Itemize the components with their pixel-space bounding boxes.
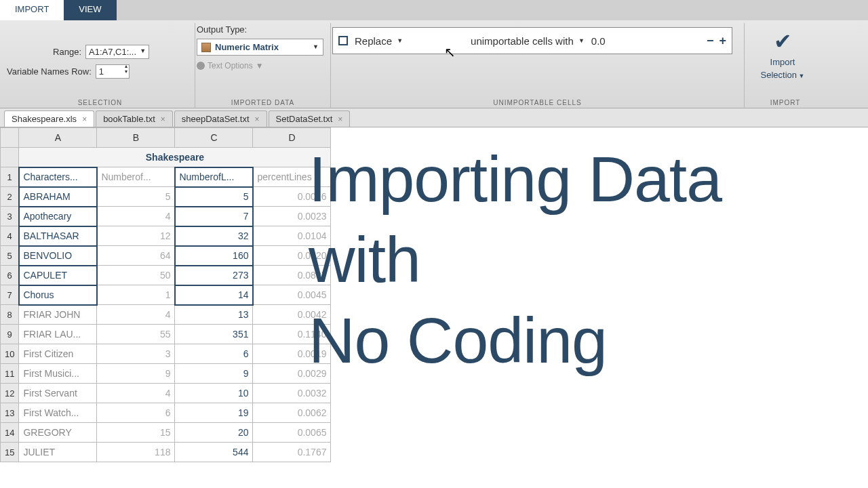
row-header[interactable]: 5: [1, 246, 19, 266]
row-header[interactable]: 8: [1, 305, 19, 325]
cell[interactable]: 273: [175, 266, 253, 285]
output-type-value: Numeric Matrix: [215, 42, 279, 52]
cell[interactable]: 4: [97, 384, 175, 403]
cell[interactable]: Chorus: [19, 285, 97, 305]
replace-dropdown[interactable]: Replace: [355, 35, 403, 47]
cell[interactable]: 118: [97, 443, 175, 462]
section-unimportable: UNIMPORTABLE CELLS: [331, 99, 744, 106]
section-import: IMPORT: [745, 99, 826, 106]
cell[interactable]: First Musici...: [19, 364, 97, 384]
cell[interactable]: 160: [175, 246, 253, 266]
import-label-2: Selection: [761, 70, 805, 80]
cell[interactable]: First Citizen: [19, 344, 97, 364]
tab-view[interactable]: VIEW: [64, 0, 116, 20]
row-header[interactable]: 9: [1, 325, 19, 344]
row-header[interactable]: 6: [1, 266, 19, 285]
cell[interactable]: 13: [175, 305, 253, 325]
import-selection-button[interactable]: ✔ Import Selection: [746, 24, 819, 84]
file-tab-2[interactable]: sheepDataSet.txt×: [174, 110, 267, 127]
cell[interactable]: 64: [97, 246, 175, 266]
cell[interactable]: 55: [97, 325, 175, 344]
cell[interactable]: 0.0062: [253, 403, 331, 423]
output-type-label: Output Type:: [197, 24, 323, 35]
cell[interactable]: 544: [175, 443, 253, 462]
cell[interactable]: 9: [97, 364, 175, 384]
cell[interactable]: 50: [97, 266, 175, 285]
with-dropdown[interactable]: unimportable cells with: [471, 35, 585, 47]
row-header[interactable]: 3: [1, 207, 19, 226]
cell[interactable]: BENVOLIO: [19, 246, 97, 266]
cell[interactable]: JULIET: [19, 443, 97, 462]
title-overlay: Importing Data with No Coding: [309, 139, 722, 380]
col-header[interactable]: A: [19, 128, 97, 148]
cell[interactable]: 7: [175, 207, 253, 226]
cell[interactable]: 12: [97, 226, 175, 246]
cell[interactable]: 19: [175, 403, 253, 423]
cell[interactable]: 10: [175, 384, 253, 403]
close-icon[interactable]: ×: [82, 115, 87, 124]
col-header[interactable]: C: [175, 128, 253, 148]
file-tabs: Shakespeare.xls× bookTable.txt× sheepDat…: [0, 108, 868, 127]
row-header[interactable]: 2: [1, 187, 19, 207]
cell[interactable]: 4: [97, 305, 175, 325]
row-header[interactable]: 15: [1, 443, 19, 462]
tab-import[interactable]: IMPORT: [0, 0, 64, 20]
remove-rule-button[interactable]: −: [707, 34, 714, 48]
section-imported: IMPORTED DATA: [195, 99, 330, 106]
output-type-dropdown[interactable]: Numeric Matrix: [197, 39, 323, 56]
row-header[interactable]: 11: [1, 364, 19, 384]
col-header[interactable]: B: [97, 128, 175, 148]
range-label: Range:: [7, 47, 81, 57]
cell[interactable]: 9: [175, 364, 253, 384]
row-header[interactable]: 4: [1, 226, 19, 246]
cell[interactable]: FRIAR LAU...: [19, 325, 97, 344]
row-header[interactable]: 14: [1, 423, 19, 443]
cell[interactable]: 5: [175, 187, 253, 207]
cell[interactable]: Numberof...: [97, 167, 175, 187]
cell[interactable]: 5: [97, 187, 175, 207]
close-icon[interactable]: ×: [161, 115, 165, 124]
check-icon: ✔: [774, 28, 792, 54]
varnames-label: Variable Names Row:: [7, 66, 92, 77]
cell[interactable]: CAPULET: [19, 266, 97, 285]
cell[interactable]: 6: [97, 403, 175, 423]
row-header[interactable]: 12: [1, 384, 19, 403]
cell[interactable]: Characters...: [19, 167, 97, 187]
varnames-row-input[interactable]: 1: [96, 64, 130, 79]
file-tab-1[interactable]: bookTable.txt×: [96, 110, 173, 127]
cell[interactable]: 20: [175, 423, 253, 443]
row-header[interactable]: 10: [1, 344, 19, 364]
cell[interactable]: 1: [97, 285, 175, 305]
replace-value[interactable]: 0.0: [591, 35, 606, 47]
cell[interactable]: 15: [97, 423, 175, 443]
close-icon[interactable]: ×: [338, 115, 342, 124]
cell[interactable]: First Servant: [19, 384, 97, 403]
cell[interactable]: BALTHASAR: [19, 226, 97, 246]
cell[interactable]: 3: [97, 344, 175, 364]
cell[interactable]: 32: [175, 226, 253, 246]
cell[interactable]: First Watch...: [19, 403, 97, 423]
cell[interactable]: 0.0032: [253, 384, 331, 403]
cell[interactable]: 4: [97, 207, 175, 226]
file-tab-0[interactable]: Shakespeare.xls×: [4, 110, 94, 127]
range-input[interactable]: A1:A7,C1:...: [85, 45, 149, 59]
import-label-1: Import: [770, 57, 795, 67]
cell[interactable]: Apothecary: [19, 207, 97, 226]
cell[interactable]: FRIAR JOHN: [19, 305, 97, 325]
cell[interactable]: 351: [175, 325, 253, 344]
row-header[interactable]: 7: [1, 285, 19, 305]
cell[interactable]: 14: [175, 285, 253, 305]
cell[interactable]: 6: [175, 344, 253, 364]
row-header[interactable]: 1: [1, 167, 19, 187]
cell[interactable]: ABRAHAM: [19, 187, 97, 207]
cell[interactable]: 0.1767: [253, 443, 331, 462]
row-header[interactable]: 13: [1, 403, 19, 423]
close-icon[interactable]: ×: [255, 115, 260, 124]
cell[interactable]: NumberofL...: [175, 167, 253, 187]
cell[interactable]: 0.0065: [253, 423, 331, 443]
file-tab-3[interactable]: SetDataSet.txt×: [269, 110, 351, 127]
ribbon-tabs: IMPORT VIEW: [0, 0, 868, 20]
add-rule-button[interactable]: +: [719, 34, 726, 48]
replace-checkbox[interactable]: [338, 36, 348, 45]
cell[interactable]: GREGORY: [19, 423, 97, 443]
